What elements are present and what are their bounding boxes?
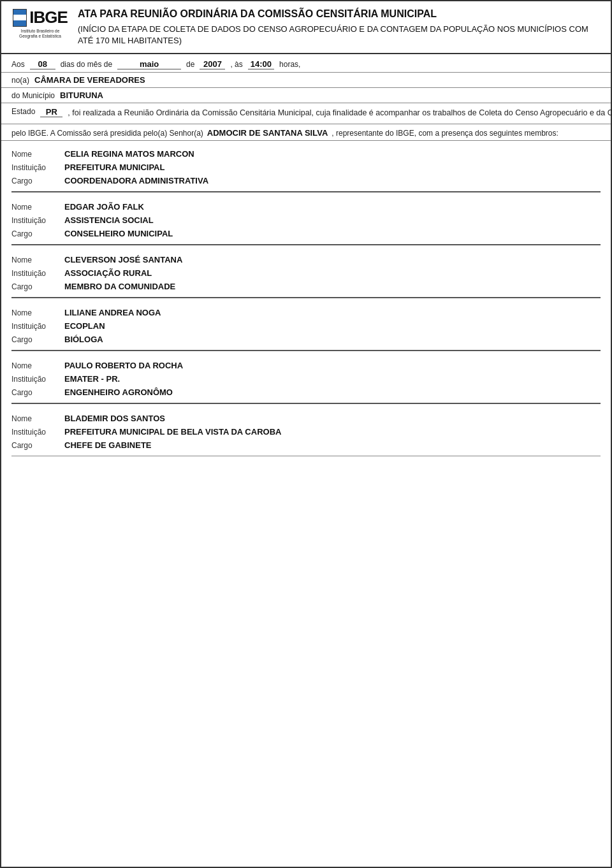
inst-label-4: Instituição (11, 375, 59, 384)
horas-label: horas, (279, 60, 300, 69)
inst-value-5: PREFEITURA MUNICIPAL DE BELA VISTA DA CA… (64, 427, 281, 437)
member-row-cargo-4: Cargo ENGENHEIRO AGRONÔMO (11, 386, 601, 399)
cargo-label-2: Cargo (11, 282, 59, 291)
member-row-nome-5: Nome BLADEMIR DOS SANTOS (11, 412, 601, 425)
cargo-label-5: Cargo (11, 441, 59, 450)
member-row-inst-5: Instituição PREFEITURA MUNICIPAL DE BELA… (11, 425, 601, 438)
member-row-nome-0: Nome CELIA REGINA MATOS MARCON (11, 147, 601, 161)
sub-title: (INÍCIO DA ETAPA DE COLETA DE DADOS DO C… (78, 24, 601, 47)
nome-value-3: LILIANE ANDREA NOGA (64, 308, 161, 317)
member-block-5: Nome BLADEMIR DOS SANTOS Instituição PRE… (11, 408, 601, 456)
cargo-value-0: COORDENADORA ADMINISTRATIVA (64, 176, 208, 185)
member-block-3: Nome LILIANE ANDREA NOGA Instituição ECO… (11, 302, 601, 351)
dia-value: 08 (30, 59, 55, 69)
noa-label: no(a) (11, 76, 29, 85)
nome-value-5: BLADEMIR DOS SANTOS (64, 414, 165, 423)
inst-label-5: Instituição (11, 428, 59, 437)
inst-label-3: Instituição (11, 322, 59, 331)
nome-label-4: Nome (11, 361, 59, 370)
nome-label-5: Nome (11, 414, 59, 423)
cargo-value-2: MEMBRO DA COMUNIDADE (64, 282, 175, 291)
member-row-cargo-5: Cargo CHEFE DE GABINETE (11, 438, 601, 452)
nome-label-2: Nome (11, 256, 59, 264)
cargo-value-3: BIÓLOGA (64, 335, 103, 344)
member-row-inst-1: Instituição ASSISTENCIA SOCIAL (11, 213, 601, 227)
member-row-nome-1: Nome EDGAR JOÃO FALK (11, 200, 601, 213)
noa-row: no(a) CÂMARA DE VEREADORES (1, 73, 611, 88)
estado-value: PR (40, 107, 62, 117)
cargo-label-0: Cargo (11, 177, 59, 185)
member-row-inst-3: Instituição ECOPLAN (11, 319, 601, 333)
representante-text: , representante do IBGE, com a presença … (332, 129, 558, 138)
nome-label-0: Nome (11, 150, 59, 159)
title-area: ATA PARA REUNIÃO ORDINÁRIA DA COMISSÃO C… (78, 8, 601, 47)
member-block-0: Nome CELIA REGINA MATOS MARCON Instituiç… (11, 143, 601, 192)
inst-value-3: ECOPLAN (64, 321, 105, 331)
member-row-inst-0: Instituição PREFEITURA MUNICIPAL (11, 161, 601, 174)
nome-label-1: Nome (11, 203, 59, 212)
member-row-inst-2: Instituição ASSOCIAÇÃO RURAL (11, 266, 601, 280)
inst-label-2: Instituição (11, 269, 59, 278)
nome-value-2: CLEVERSON JOSÉ SANTANA (64, 255, 182, 264)
as-label: , às (230, 60, 242, 69)
estado-label: Estado (11, 107, 35, 116)
member-row-cargo-1: Cargo CONSELHEIRO MUNICIPAL (11, 227, 601, 240)
cargo-label-4: Cargo (11, 388, 59, 397)
ano-value: 2007 (200, 59, 225, 69)
cargo-value-4: ENGENHEIRO AGRONÔMO (64, 387, 173, 397)
nome-value-0: CELIA REGINA MATOS MARCON (64, 149, 194, 159)
page: IBGE Instituto Brasileiro de Geografia e… (0, 0, 612, 868)
inst-label-0: Instituição (11, 163, 59, 172)
member-block-2: Nome CLEVERSON JOSÉ SANTANA Instituição … (11, 249, 601, 298)
cargo-label-3: Cargo (11, 335, 59, 344)
cargo-label-1: Cargo (11, 229, 59, 238)
member-block-4: Nome PAULO ROBERTO DA ROCHA Instituição … (11, 355, 601, 404)
inst-label-1: Instituição (11, 216, 59, 225)
member-row-nome-4: Nome PAULO ROBERTO DA ROCHA (11, 359, 601, 372)
member-row-cargo-0: Cargo COORDENADORA ADMINISTRATIVA (11, 174, 601, 187)
inst-value-1: ASSISTENCIA SOCIAL (64, 215, 154, 225)
nome-value-4: PAULO ROBERTO DA ROCHA (64, 361, 183, 370)
member-row-nome-3: Nome LILIANE ANDREA NOGA (11, 306, 601, 319)
inst-value-4: EMATER - PR. (64, 374, 120, 384)
estado-row: Estado PR , foi realizada a Reunião Ordi… (1, 103, 611, 124)
logo-subtext: Instituto Brasileiro de Geografia e Esta… (11, 29, 69, 40)
estado-text: , foi realizada a Reunião Ordinária da C… (68, 107, 612, 119)
de-label: de (186, 60, 194, 69)
cargo-value-1: CONSELHEIRO MUNICIPAL (64, 229, 173, 238)
nome-label-3: Nome (11, 308, 59, 317)
member-row-cargo-3: Cargo BIÓLOGA (11, 333, 601, 346)
inst-value-2: ASSOCIAÇÃO RURAL (64, 268, 152, 278)
hora-value: 14:00 (248, 59, 274, 69)
cargo-value-5: CHEFE DE GABINETE (64, 440, 152, 450)
aos-label: Aos (11, 60, 25, 69)
pelo-ibge-label: pelo IBGE. A Comissão será presidida pel… (11, 129, 203, 138)
members-section: Nome CELIA REGINA MATOS MARCON Instituiç… (1, 143, 611, 456)
member-block-1: Nome EDGAR JOÃO FALK Instituição ASSISTE… (11, 196, 601, 245)
municipio-label: do Município (11, 91, 55, 100)
mes-value: maio (117, 59, 181, 69)
member-row-nome-2: Nome CLEVERSON JOSÉ SANTANA (11, 253, 601, 266)
municipio-row: do Município BITURUNA (1, 88, 611, 103)
logo-area: IBGE Instituto Brasileiro de Geografia e… (11, 8, 69, 40)
municipio-value: BITURUNA (60, 90, 103, 100)
noa-value: CÂMARA DE VEREADORES (34, 75, 145, 85)
main-title: ATA PARA REUNIÃO ORDINÁRIA DA COMISSÃO C… (78, 8, 601, 21)
nome-value-1: EDGAR JOÃO FALK (64, 202, 144, 212)
presidente-row: pelo IBGE. A Comissão será presidida pel… (1, 124, 611, 141)
dias-do-mes-label: dias do mês de (61, 60, 112, 69)
member-row-inst-4: Instituição EMATER - PR. (11, 372, 601, 386)
header: IBGE Instituto Brasileiro de Geografia e… (1, 1, 611, 54)
member-row-cargo-2: Cargo MEMBRO DA COMUNIDADE (11, 280, 601, 293)
ibge-logo-text: IBGE (29, 8, 68, 27)
presidente-value: ADMOCIR DE SANTANA SILVA (207, 128, 328, 138)
inst-value-0: PREFEITURA MUNICIPAL (64, 163, 164, 172)
date-row: Aos 08 dias do mês de maio de 2007 , às … (1, 54, 611, 73)
